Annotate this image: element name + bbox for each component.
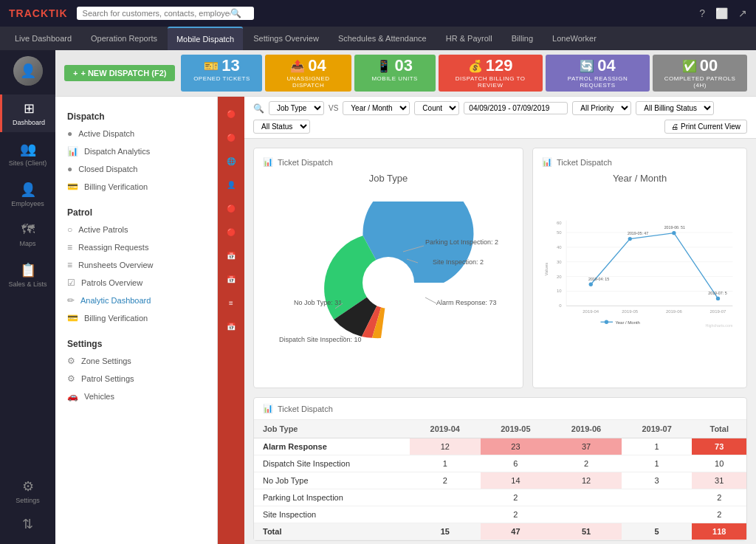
share-icon[interactable]: ↗: [738, 7, 747, 19]
col-2019-07: 2019-07: [622, 420, 693, 438]
icon-btn-2[interactable]: 🔴: [220, 126, 242, 148]
data-table-card: 📊 Ticket Dispatch Job Type 2019-04 2019-…: [253, 397, 747, 541]
nav-item-patrols-overview[interactable]: ☑ Patrols Overview: [55, 274, 217, 292]
cell-value: [622, 506, 693, 523]
stat-billing-review[interactable]: 💰 129 DISPATCH BILLING TO REVIEW: [439, 55, 543, 92]
tab-mobile-dispatch[interactable]: Mobile Dispatch: [168, 27, 243, 50]
icon-btn-10[interactable]: 📅: [220, 315, 242, 337]
sidebar-item-sites[interactable]: 👥 Sites (Client): [0, 135, 55, 173]
logo: TRACKTIK: [9, 7, 68, 19]
filter-year-month[interactable]: Year / Month: [343, 101, 410, 115]
sidebar: 👤 ⊞ Dashboard 👥 Sites (Client) 👤 Employe…: [0, 50, 55, 544]
dashboard-icon: ⊞: [24, 100, 35, 117]
stat-number-billing: 129: [486, 58, 513, 74]
sidebar-item-sales[interactable]: 📋 Sales & Lists: [0, 256, 55, 294]
sidebar-item-employees[interactable]: 👤 Employees: [0, 176, 55, 213]
nav-item-dispatch-analytics[interactable]: 📊 Dispatch Analytics: [55, 142, 217, 160]
filter-count[interactable]: Count: [414, 101, 459, 115]
cell-value: 1: [622, 438, 693, 455]
icon-btn-6[interactable]: 🔴: [220, 221, 242, 243]
tab-operation-reports[interactable]: Operation Reports: [82, 27, 166, 50]
svg-text:2019-07: 2019-07: [710, 309, 727, 314]
svg-point-39: [605, 320, 608, 324]
cell-job-type: Site Inspection: [254, 506, 410, 523]
filter-priority[interactable]: All Priority: [572, 101, 631, 115]
icon-btn-1[interactable]: 🔴: [220, 103, 242, 125]
nav-item-runsheets[interactable]: ≡ Runsheets Overview: [55, 256, 217, 274]
stat-label-opened: OPENED TICKETS: [193, 75, 250, 82]
left-nav-panel: Dispatch ● Active Dispatch 📊 Dispatch An…: [55, 97, 218, 544]
line-title-text: Ticket Dispatch: [557, 158, 612, 167]
stat-opened-tickets[interactable]: 🎫 13 OPENED TICKETS: [181, 55, 262, 92]
nav-item-zone-settings[interactable]: ⚙ Zone Settings: [55, 352, 217, 370]
dispatch-icon: 📤: [290, 59, 305, 73]
filter-bar: 🔍 Job Type VS Year / Month Count All Pri…: [244, 97, 756, 139]
nav-item-patrol-settings[interactable]: ⚙ Patrol Settings: [55, 370, 217, 388]
filter-billing-status[interactable]: All Billing Status: [636, 101, 714, 115]
nav-item-billing-verification-dispatch[interactable]: 💳 Billing Verification: [55, 178, 217, 196]
monitor-icon[interactable]: ⬜: [715, 7, 728, 19]
tab-loneworker[interactable]: LoneWorker: [543, 27, 605, 50]
col-job-type: Job Type: [254, 420, 410, 438]
active-dispatch-icon: ●: [67, 128, 72, 139]
reassign-requests-icon: ≡: [67, 242, 72, 252]
runsheets-icon: ≡: [67, 260, 72, 270]
filter-job-type[interactable]: Job Type: [269, 101, 324, 115]
new-dispatch-button[interactable]: + + NEW DISPATCH (F2): [64, 65, 175, 81]
pie-title-text: Ticket Dispatch: [278, 158, 333, 167]
table-row: Dispatch Site Inspection 1 6 2 1 10: [254, 455, 746, 472]
stat-label-unassigned: UNASSIGNED DISPATCH: [274, 75, 342, 89]
stat-unassigned[interactable]: 📤 04 UNASSIGNED DISPATCH: [265, 55, 351, 92]
icon-btn-7[interactable]: 📅: [220, 244, 242, 266]
cell-value: 1: [622, 455, 693, 472]
table-total-row: Total 15 47 51 5 118: [254, 523, 746, 540]
icon-btn-8[interactable]: 📅: [220, 268, 242, 290]
tab-schedules[interactable]: Schedules & Attendance: [329, 27, 436, 50]
sidebar-item-settings[interactable]: ⚙ Settings: [13, 472, 43, 510]
cell-value: [551, 489, 622, 506]
tab-hr-payroll[interactable]: HR & Payroll: [437, 27, 501, 50]
cell-value: 73: [692, 438, 746, 455]
tab-settings-overview[interactable]: Settings Overview: [244, 27, 328, 50]
line-chart-card: 📊 Ticket Dispatch Year / Month: [532, 148, 747, 388]
cell-value: [410, 489, 481, 506]
icon-btn-5[interactable]: 🔴: [220, 197, 242, 219]
cell-job-type: No Job Type: [254, 472, 410, 489]
nav-item-active-dispatch[interactable]: ● Active Dispatch: [55, 125, 217, 142]
stat-completed-patrols[interactable]: ✅ 00 COMPLETED PATROLS (4H): [653, 55, 747, 92]
line-chart-container: 0 10 20 30 40 50 60: [542, 187, 738, 379]
filter-date-range[interactable]: [464, 102, 568, 114]
stat-patrol-reassign[interactable]: 🔄 04 PATROL REASSIGN REQUESTS: [546, 55, 650, 92]
filter-status[interactable]: All Status: [253, 120, 310, 134]
print-button[interactable]: 🖨 Print Current View: [664, 120, 747, 134]
patrols-overview-icon: ☑: [67, 278, 75, 288]
icon-btn-3[interactable]: 🌐: [220, 150, 242, 172]
nav-item-closed-dispatch[interactable]: ● Closed Dispatch: [55, 160, 217, 178]
filter-vs-label: VS: [329, 104, 338, 112]
svg-text:Values: Values: [544, 263, 549, 276]
svg-text:Site Inspection: 2: Site Inspection: 2: [433, 258, 484, 266]
line-title-icon: 📊: [542, 157, 552, 167]
cell-value: [551, 506, 622, 523]
nav-item-analytic-dashboard[interactable]: ✏ Analytic Dashboard: [55, 292, 217, 309]
cell-job-type: Parking Lot Inspection: [254, 489, 410, 506]
search-box[interactable]: 🔍: [77, 7, 254, 20]
sidebar-item-maps[interactable]: 🗺 Maps: [0, 216, 55, 253]
nav-item-billing-verification-patrol[interactable]: 💳 Billing Verification: [55, 309, 217, 327]
nav-item-active-patrols[interactable]: ○ Active Patrols: [55, 221, 217, 238]
tab-live-dashboard[interactable]: Live Dashboard: [6, 27, 80, 50]
zone-settings-icon: ⚙: [67, 356, 75, 366]
nav-item-vehicles[interactable]: 🚗 Vehicles: [55, 388, 217, 405]
nav-section-settings: Settings: [55, 333, 217, 352]
search-input[interactable]: [83, 9, 230, 18]
stat-mobile-units[interactable]: 📱 03 MOBILE UNITS: [354, 55, 436, 92]
nav-item-reassign-requests[interactable]: ≡ Reassign Requests: [55, 238, 217, 256]
sidebar-item-dashboard[interactable]: ⊞ Dashboard: [0, 94, 55, 132]
col-2019-05: 2019-05: [481, 420, 551, 438]
icon-btn-9[interactable]: ≡: [220, 292, 242, 314]
sidebar-item-sort[interactable]: ⇅: [13, 510, 43, 538]
stat-label-mobile: MOBILE UNITS: [371, 75, 417, 82]
help-icon[interactable]: ?: [699, 7, 705, 19]
icon-btn-4[interactable]: 👤: [220, 173, 242, 196]
tab-billing[interactable]: Billing: [503, 27, 542, 50]
